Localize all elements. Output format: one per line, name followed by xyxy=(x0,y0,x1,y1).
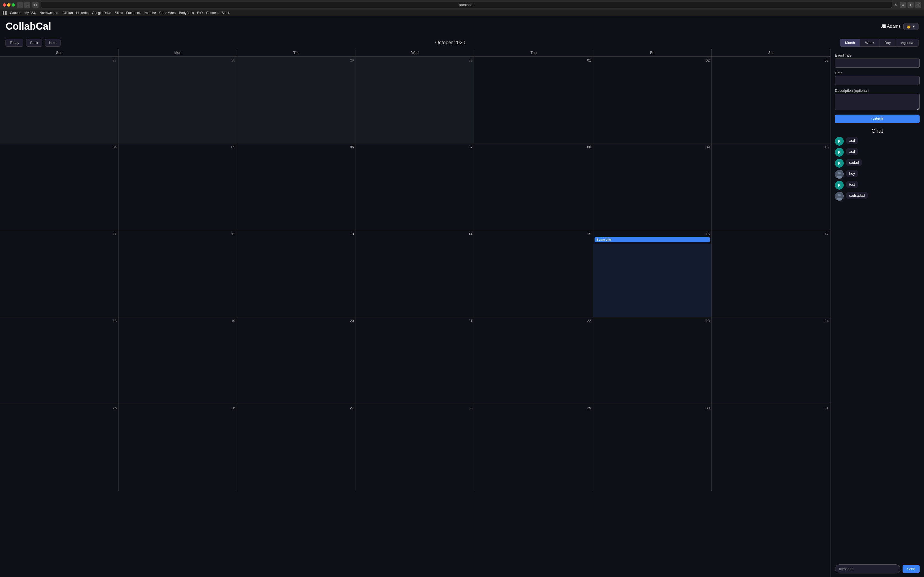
back-nav-button[interactable]: Back xyxy=(26,39,42,47)
bookmark-slack[interactable]: Slack xyxy=(222,11,229,15)
bookmark-bodyboss[interactable]: BodyBoss xyxy=(179,11,194,15)
next-nav-button[interactable]: Next xyxy=(45,39,61,47)
close-window-button[interactable] xyxy=(3,3,6,6)
calendar-cell-11[interactable]: 11 xyxy=(0,230,118,317)
cell-number-06: 06 xyxy=(239,145,354,149)
calendar-cell-21[interactable]: 21 xyxy=(356,317,474,404)
calendar-cell-30[interactable]: 30 xyxy=(593,404,711,491)
date-input[interactable] xyxy=(835,76,919,85)
calendar-cell-02[interactable]: 02 xyxy=(593,56,711,143)
bookmark-bio[interactable]: BIO xyxy=(197,11,203,15)
submit-button[interactable]: Submit xyxy=(835,114,919,123)
day-header-sun: Sun xyxy=(0,49,118,56)
calendar-cell-05[interactable]: 05 xyxy=(118,143,237,230)
calendar-cell-01[interactable]: 01 xyxy=(474,56,593,143)
day-header-mon: Mon xyxy=(118,49,237,56)
user-area: Jill Adams 🧑 ▼ xyxy=(881,23,919,30)
maximize-window-button[interactable] xyxy=(11,3,15,6)
day-header-wed: Wed xyxy=(356,49,474,56)
calendar-cell-25[interactable]: 25 xyxy=(0,404,118,491)
bookmark-button[interactable]: ⬆ xyxy=(908,2,914,8)
calendar-cell-13[interactable]: 13 xyxy=(237,230,356,317)
calendar-week-2: 111213141516Some title17 xyxy=(0,230,830,317)
browser-nav: ‹ › xyxy=(17,2,30,8)
calendar-cell-19[interactable]: 19 xyxy=(118,317,237,404)
app-logo: CollabCal xyxy=(5,21,51,32)
bookmark-canvas[interactable]: Canvas xyxy=(10,11,21,15)
calendar-cell-18[interactable]: 18 xyxy=(0,317,118,404)
calendar-cell-17[interactable]: 17 xyxy=(712,230,830,317)
calendar-cell-31[interactable]: 31 xyxy=(712,404,830,491)
calendar-cell-22[interactable]: 22 xyxy=(474,317,593,404)
calendar-cell-29[interactable]: 29 xyxy=(237,56,356,143)
chat-message-3: hey xyxy=(835,170,919,179)
chat-message-4: Rtest xyxy=(835,181,919,190)
calendar-cell-28[interactable]: 28 xyxy=(356,404,474,491)
calendar-cell-09[interactable]: 09 xyxy=(593,143,711,230)
view-week-button[interactable]: Week xyxy=(860,39,879,47)
calendar-cell-20[interactable]: 20 xyxy=(237,317,356,404)
address-bar[interactable]: localhost xyxy=(41,2,892,8)
calendar-cell-28[interactable]: 28 xyxy=(118,56,237,143)
calendar-cell-27[interactable]: 27 xyxy=(237,404,356,491)
user-avatar-button[interactable]: 🧑 ▼ xyxy=(903,23,919,30)
send-button[interactable]: Send xyxy=(903,565,919,573)
view-agenda-button[interactable]: Agenda xyxy=(896,39,918,47)
calendar-cell-30[interactable]: 30 xyxy=(356,56,474,143)
bookmark-google-drive[interactable]: Google Drive xyxy=(92,11,111,15)
bookmark-youtube[interactable]: Youtube xyxy=(144,11,156,15)
calendar-cell-08[interactable]: 08 xyxy=(474,143,593,230)
cell-number-22: 22 xyxy=(476,319,591,323)
bookmark-facebook[interactable]: Facebook xyxy=(126,11,141,15)
cell-number-23: 23 xyxy=(594,319,709,323)
calendar-cell-12[interactable]: 12 xyxy=(118,230,237,317)
event-block[interactable]: Some title xyxy=(594,237,709,242)
calendar-cell-14[interactable]: 14 xyxy=(356,230,474,317)
back-button[interactable]: ‹ xyxy=(17,2,23,8)
chat-message-1: Rasd xyxy=(835,148,919,156)
calendar-cell-29[interactable]: 29 xyxy=(474,404,593,491)
chat-input[interactable] xyxy=(835,564,900,574)
view-day-button[interactable]: Day xyxy=(879,39,896,47)
bookmark-github[interactable]: GitHub xyxy=(62,11,73,15)
calendar-cell-10[interactable]: 10 xyxy=(712,143,830,230)
calendar-cell-15[interactable]: 15 xyxy=(474,230,593,317)
main-layout: Sun Mon Tue Wed Thu Fri Sat 272829300102… xyxy=(0,49,924,577)
bookmark-connect[interactable]: Connect xyxy=(206,11,218,15)
cell-number-31: 31 xyxy=(713,406,829,410)
cell-number-12: 12 xyxy=(120,232,235,236)
cell-number-14: 14 xyxy=(357,232,472,236)
reload-button[interactable]: ↻ xyxy=(894,3,898,7)
chat-avatar-5 xyxy=(835,192,844,201)
calendar-cell-27[interactable]: 27 xyxy=(0,56,118,143)
cell-number-27: 27 xyxy=(239,406,354,410)
menu-button[interactable]: ⊞ xyxy=(915,2,921,8)
description-textarea[interactable] xyxy=(835,94,919,110)
cell-number-29: 29 xyxy=(476,406,591,410)
view-month-button[interactable]: Month xyxy=(840,39,860,47)
bookmark-linkedin[interactable]: LinkedIn xyxy=(76,11,89,15)
forward-button[interactable]: › xyxy=(24,2,30,8)
bookmark-zillow[interactable]: Zillow xyxy=(115,11,123,15)
chat-title: Chat xyxy=(835,128,919,134)
apps-grid-icon[interactable] xyxy=(3,11,6,15)
cell-number-13: 13 xyxy=(239,232,354,236)
bookmark-northwestern[interactable]: Northwestern xyxy=(40,11,59,15)
calendar-cell-06[interactable]: 06 xyxy=(237,143,356,230)
calendar-cell-23[interactable]: 23 xyxy=(593,317,711,404)
calendar-cell-26[interactable]: 26 xyxy=(118,404,237,491)
calendar-cell-07[interactable]: 07 xyxy=(356,143,474,230)
bookmark-code-wars[interactable]: Code Wars xyxy=(159,11,176,15)
calendar-cell-03[interactable]: 03 xyxy=(712,56,830,143)
event-title-input[interactable] xyxy=(835,58,919,68)
calendar-cell-16[interactable]: 16Some title xyxy=(593,230,711,317)
today-button[interactable]: Today xyxy=(5,39,23,47)
tab-view-button[interactable]: ⊡ xyxy=(32,2,39,8)
minimize-window-button[interactable] xyxy=(7,3,10,6)
calendar-cell-04[interactable]: 04 xyxy=(0,143,118,230)
calendar-cell-24[interactable]: 24 xyxy=(712,317,830,404)
bookmark-my-asu[interactable]: My ASU xyxy=(24,11,36,15)
chat-messages: RasdRasdRsadad heyRtest sadsadad xyxy=(835,137,919,562)
cell-number-27: 27 xyxy=(2,58,116,62)
extensions-button[interactable]: ⚙ xyxy=(900,2,906,8)
